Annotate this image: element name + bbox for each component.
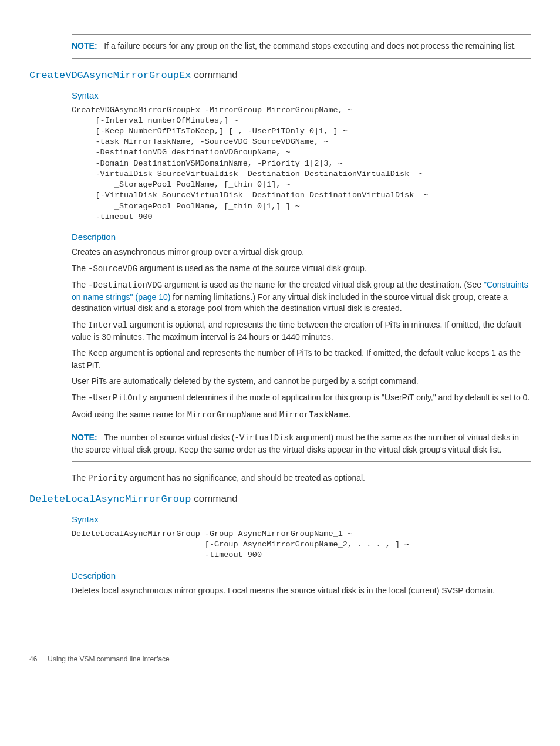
description-heading: Description [72, 571, 531, 580]
code-interval: Interval [88, 320, 127, 330]
syntax-heading: Syntax [72, 514, 531, 524]
command-suffix: command [191, 493, 237, 504]
command-suffix: command [191, 69, 237, 80]
section-heading-delete: DeleteLocalAsyncMirrorGroup command [29, 493, 531, 505]
desc-p3: The -DestinationVDG argument is used as … [72, 279, 531, 315]
note-text-a: The number of source virtual disks ( [104, 433, 235, 442]
page-number: 46 [29, 655, 37, 663]
desc-p1: Creates an asynchronous mirror group ove… [72, 247, 531, 258]
code-destvdg: -DestinationVDG [88, 281, 162, 290]
syntax-code-block: DeleteLocalAsyncMirrorGroup -Group Async… [72, 529, 531, 561]
note-box-2: NOTE: The number of source virtual disks… [72, 426, 531, 462]
desc-p1: Deletes local asynchronous mirror groups… [72, 585, 531, 597]
syntax-code-block: CreateVDGAsyncMirrorGroupEx -MirrorGroup… [72, 105, 531, 222]
command-name: DeleteLocalAsyncMirrorGroup [29, 494, 191, 505]
code-mirrortaskname: MirrorTaskName [279, 410, 349, 420]
desc-p8: Avoid using the same name for MirrorGrou… [72, 409, 531, 421]
code-mirrorgroupname: MirrorGroupName [187, 410, 261, 420]
footer-title: Using the VSM command line interface [48, 655, 169, 663]
code-virtualdisk: -VirtualDisk [235, 433, 294, 443]
description-heading: Description [72, 232, 531, 242]
code-sourcevdg: -SourceVDG [88, 264, 137, 274]
desc-p5: The Keep argument is optional and repres… [72, 347, 531, 371]
command-name: CreateVDGAsyncMirrorGroupEx [29, 70, 191, 81]
code-priority: Priority [88, 474, 127, 483]
syntax-heading: Syntax [72, 90, 531, 100]
code-userpitonly: -UserPitOnly [88, 393, 147, 403]
note-label: NOTE: [72, 433, 97, 442]
desc-p4: The Interval argument is optional, and r… [72, 319, 531, 343]
section-heading-create: CreateVDGAsyncMirrorGroupEx command [29, 69, 531, 81]
note-label: NOTE: [72, 41, 97, 50]
note-box-1: NOTE: If a failure occurs for any group … [72, 34, 531, 59]
desc-p9: The Priority argument has no significanc… [72, 472, 531, 485]
note-text: If a failure occurs for any group on the… [104, 41, 516, 50]
desc-p6: User PiTs are automatically deleted by t… [72, 376, 531, 387]
page-footer: 46Using the VSM command line interface [29, 655, 531, 663]
code-keep: Keep [88, 349, 108, 358]
desc-p2: The -SourceVDG argument is used as the n… [72, 263, 531, 275]
desc-p7: The -UserPitOnly argument determines if … [72, 392, 531, 404]
